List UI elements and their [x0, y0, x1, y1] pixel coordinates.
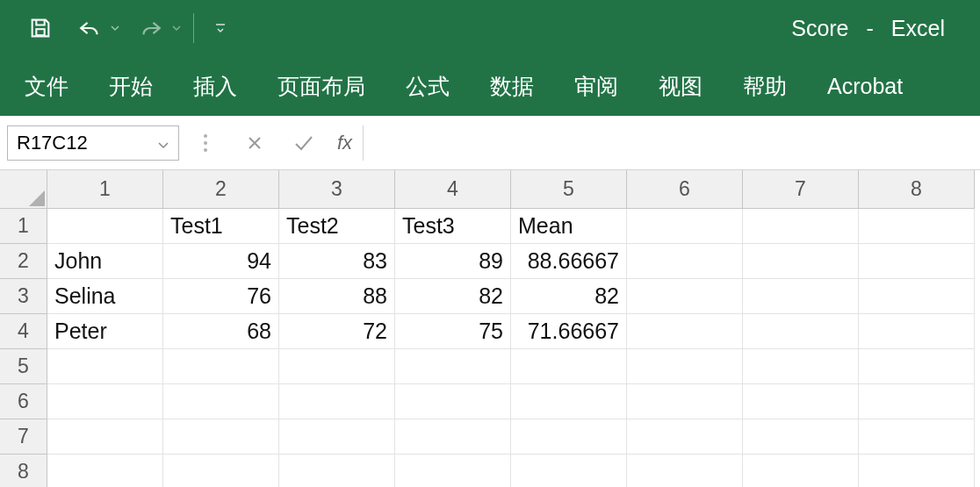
cell[interactable]: Selina: [47, 279, 163, 314]
cell[interactable]: 88.66667: [511, 244, 627, 279]
row-header[interactable]: 3: [0, 279, 47, 314]
cell[interactable]: Test2: [279, 209, 395, 244]
confirm-formula-button[interactable]: [281, 125, 327, 161]
name-box-dropdown[interactable]: [157, 132, 169, 154]
cell[interactable]: 68: [163, 314, 279, 349]
cell[interactable]: [163, 384, 279, 419]
cell[interactable]: [395, 349, 511, 384]
cell[interactable]: [163, 455, 279, 487]
cell[interactable]: [859, 384, 975, 419]
cell[interactable]: 82: [511, 279, 627, 314]
name-box[interactable]: R17C12: [7, 125, 179, 161]
cell[interactable]: [627, 209, 743, 244]
tab-insert[interactable]: 插入: [193, 72, 237, 101]
cell[interactable]: [743, 279, 859, 314]
tab-acrobat[interactable]: Acrobat: [827, 74, 903, 99]
cell[interactable]: [859, 455, 975, 487]
cell[interactable]: John: [47, 244, 163, 279]
cell[interactable]: Peter: [47, 314, 163, 349]
cell[interactable]: [511, 384, 627, 419]
cell[interactable]: [743, 349, 859, 384]
tab-formulas[interactable]: 公式: [406, 72, 450, 101]
cell[interactable]: [627, 384, 743, 419]
row-header[interactable]: 1: [0, 209, 47, 244]
fx-label[interactable]: fx: [330, 132, 359, 154]
tab-help[interactable]: 帮助: [743, 72, 787, 101]
cell[interactable]: [163, 349, 279, 384]
column-header[interactable]: 8: [859, 170, 975, 209]
cell[interactable]: [627, 279, 743, 314]
row-header[interactable]: 2: [0, 244, 47, 279]
column-header[interactable]: 7: [743, 170, 859, 209]
cell[interactable]: [859, 244, 975, 279]
cell[interactable]: [511, 419, 627, 455]
column-header[interactable]: 4: [395, 170, 511, 209]
cell[interactable]: 82: [395, 279, 511, 314]
cell[interactable]: [627, 455, 743, 487]
column-header[interactable]: 3: [279, 170, 395, 209]
redo-dropdown[interactable]: [169, 7, 184, 49]
cell[interactable]: [511, 349, 627, 384]
undo-button[interactable]: [72, 7, 107, 49]
tab-review[interactable]: 审阅: [574, 72, 618, 101]
undo-dropdown[interactable]: [107, 7, 123, 49]
cell[interactable]: [627, 349, 743, 384]
cell[interactable]: [395, 384, 511, 419]
cell[interactable]: 88: [279, 279, 395, 314]
cell[interactable]: [47, 419, 163, 455]
cell[interactable]: 89: [395, 244, 511, 279]
cell[interactable]: 94: [163, 244, 279, 279]
cell[interactable]: [627, 314, 743, 349]
cell[interactable]: 75: [395, 314, 511, 349]
cell[interactable]: Test3: [395, 209, 511, 244]
cell[interactable]: [859, 279, 975, 314]
cell[interactable]: 83: [279, 244, 395, 279]
cell[interactable]: [163, 419, 279, 455]
cell[interactable]: 72: [279, 314, 395, 349]
column-header[interactable]: 1: [47, 170, 163, 209]
cell[interactable]: [279, 455, 395, 487]
redo-button[interactable]: [133, 7, 169, 49]
cell[interactable]: [47, 209, 163, 244]
cell[interactable]: [627, 244, 743, 279]
cancel-formula-button[interactable]: [232, 125, 277, 161]
cell[interactable]: [743, 384, 859, 419]
column-header[interactable]: 2: [163, 170, 279, 209]
row-header[interactable]: 7: [0, 419, 47, 455]
cell[interactable]: [859, 419, 975, 455]
formula-options-button[interactable]: [183, 125, 228, 161]
column-header[interactable]: 5: [511, 170, 627, 209]
cell[interactable]: 71.66667: [511, 314, 627, 349]
cell[interactable]: Test1: [163, 209, 279, 244]
cell[interactable]: [395, 419, 511, 455]
column-header[interactable]: 6: [627, 170, 743, 209]
tab-file[interactable]: 文件: [25, 72, 68, 101]
customize-qat-button[interactable]: [210, 7, 231, 49]
cell[interactable]: 76: [163, 279, 279, 314]
cell[interactable]: [279, 419, 395, 455]
tab-home[interactable]: 开始: [109, 72, 153, 101]
cell[interactable]: [511, 455, 627, 487]
row-header[interactable]: 8: [0, 455, 47, 487]
cell[interactable]: [47, 384, 163, 419]
cell[interactable]: [859, 349, 975, 384]
cell[interactable]: [743, 455, 859, 487]
cell[interactable]: [859, 314, 975, 349]
cell[interactable]: [279, 384, 395, 419]
cell[interactable]: [395, 455, 511, 487]
cell[interactable]: [743, 419, 859, 455]
cell[interactable]: Mean: [511, 209, 627, 244]
tab-view[interactable]: 视图: [659, 72, 703, 101]
select-all-corner[interactable]: [0, 170, 47, 209]
cell[interactable]: [47, 455, 163, 487]
tab-page-layout[interactable]: 页面布局: [277, 72, 365, 101]
cell[interactable]: [859, 209, 975, 244]
cell[interactable]: [47, 349, 163, 384]
cell[interactable]: [743, 209, 859, 244]
cell[interactable]: [627, 419, 743, 455]
tab-data[interactable]: 数据: [490, 72, 534, 101]
row-header[interactable]: 4: [0, 314, 47, 349]
cell[interactable]: [743, 244, 859, 279]
save-button[interactable]: [19, 7, 61, 49]
cell[interactable]: [743, 314, 859, 349]
